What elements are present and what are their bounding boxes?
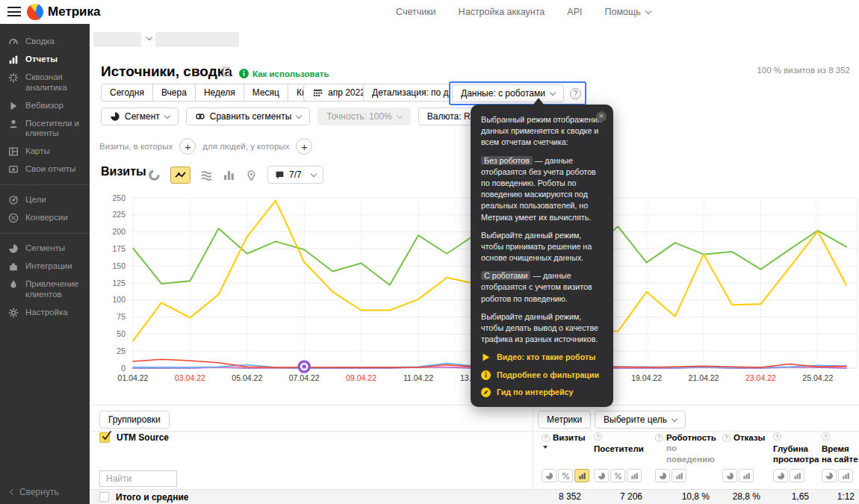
calendar-icon — [312, 87, 323, 99]
sidebar-item[interactable]: Сквозная аналитика — [0, 69, 90, 97]
gear-icon — [8, 308, 19, 318]
chevron-left-icon — [10, 489, 16, 495]
question-circle-icon: ? — [594, 432, 602, 441]
search-input[interactable] — [99, 470, 177, 487]
metric-header-3[interactable]: ?Отказы — [719, 432, 769, 465]
metric-header-0[interactable]: ?Визиты — [538, 432, 590, 465]
bars-view-toggle[interactable] — [739, 469, 754, 482]
metric-header-1[interactable]: ?Посетители — [590, 432, 651, 465]
percent-view-toggle[interactable] — [558, 469, 573, 482]
metric-header-5[interactable]: ?Время на сайте — [818, 432, 859, 465]
x-tick-label: 07.04.22 — [289, 373, 320, 382]
burst-icon — [8, 72, 19, 83]
data-mode-dropdown[interactable]: Данные: с роботами — [452, 84, 564, 102]
metric-header-2[interactable]: ?Роботностьпо поведению — [651, 432, 719, 465]
tooltip-paragraph: Без роботов — данные отобразятся без уче… — [481, 155, 603, 223]
period-button-0[interactable]: Сегодня — [101, 84, 153, 102]
segment-dropdown[interactable]: Сегмент — [101, 108, 179, 125]
sidebar-item[interactable]: Конверсии — [0, 209, 90, 227]
period-button-1[interactable]: Вчера — [152, 84, 196, 102]
sidebar-item[interactable]: Интеграции — [0, 258, 90, 276]
svg-text:225: 225 — [112, 210, 125, 219]
top-nav-item-0[interactable]: Счетчики — [396, 7, 436, 17]
bars-view-toggle[interactable] — [574, 469, 589, 482]
hamburger-menu-icon[interactable] — [7, 7, 21, 17]
metric-toggle-group-0 — [538, 469, 590, 482]
map-icon — [8, 146, 19, 157]
accuracy-dropdown[interactable]: Точность: 100% — [317, 108, 410, 125]
pie-view-toggle[interactable] — [542, 469, 556, 482]
goal-select-dropdown[interactable]: Выберите цель — [595, 411, 686, 429]
no-robots-badge: Без роботов — [481, 156, 533, 165]
comment-bubble-icon — [275, 170, 285, 180]
chart-title: Визиты — [101, 165, 146, 178]
percent-view-toggle[interactable] — [610, 469, 625, 482]
metrics-button[interactable]: Метрики — [538, 411, 591, 429]
compare-segments-dropdown[interactable]: Сравнить сегменты — [186, 108, 311, 125]
svg-text:150: 150 — [112, 261, 125, 270]
tooltip-link-1[interactable]: Подробнее о фильтрации — [481, 370, 603, 381]
bookmark-icon[interactable] — [221, 66, 232, 78]
period-button-2[interactable]: Неделя — [195, 84, 244, 102]
counter-selector-placeholder[interactable] — [93, 32, 141, 47]
checkbox-unchecked-icon[interactable] — [99, 492, 109, 502]
x-tick-label: 23.04.22 — [745, 373, 776, 382]
add-visit-filter-button[interactable]: + — [179, 138, 196, 155]
svg-text:250: 250 — [112, 193, 125, 202]
totals-label: Итого и средние — [116, 492, 188, 503]
grouping-row-utm-source[interactable]: UTM Source — [99, 432, 169, 443]
bars-view-toggle[interactable] — [838, 469, 853, 482]
sidebar-item[interactable]: Сегменты — [0, 240, 90, 258]
sidebar-item[interactable]: Цели — [0, 191, 90, 209]
tooltip-link-0[interactable]: Видео: кто такие роботы — [481, 352, 603, 363]
top-nav-item-1[interactable]: Настройка аккаунта — [459, 7, 545, 17]
bars-view-toggle[interactable] — [627, 469, 642, 482]
sidebar-item[interactable]: Вебвизор — [0, 97, 90, 115]
stacked-area-icon[interactable] — [200, 169, 213, 181]
top-nav: СчетчикиНастройка аккаунтаAPIПомощь — [396, 0, 651, 24]
sidebar-item[interactable]: Свои отчеты — [0, 161, 90, 178]
pie-view-toggle[interactable] — [822, 469, 837, 482]
sidebar-item[interactable]: Настройка — [0, 304, 90, 322]
sidebar-item[interactable]: Посетители и клиенты — [0, 115, 90, 143]
puzzle-icon — [8, 261, 19, 272]
lines-count-dropdown[interactable]: 7/7 — [267, 166, 323, 184]
sidebar-item[interactable]: Карты — [0, 143, 90, 161]
map-pin-icon[interactable] — [245, 169, 258, 181]
pie-view-toggle[interactable] — [655, 469, 670, 482]
with-robots-badge: С роботами — [481, 271, 530, 280]
how-to-use-link[interactable]: Как использовать — [239, 69, 329, 78]
top-nav-item-2[interactable]: API — [567, 7, 582, 17]
donut-chart-icon[interactable] — [148, 169, 161, 181]
bars-view-toggle[interactable] — [790, 469, 804, 482]
question-circle-icon[interactable]: ? — [570, 88, 581, 99]
metric-header-4[interactable]: ?Глубина просмотра — [769, 432, 818, 465]
sidebar-item[interactable]: Отчеты — [0, 51, 90, 69]
add-people-filter-button[interactable]: + — [296, 138, 312, 155]
groupings-button[interactable]: Группировки — [99, 411, 170, 429]
compare-segments-icon — [195, 111, 205, 122]
pie-view-toggle[interactable] — [773, 469, 788, 482]
sidebar-item[interactable]: Сводка — [0, 33, 90, 51]
tooltip-link-2[interactable]: Гид по интерфейсу — [481, 387, 603, 398]
tooltip-paragraph: Выбирайте данный режим, чтобы принимать … — [481, 230, 603, 264]
column-chart-icon[interactable] — [223, 169, 235, 181]
close-icon[interactable]: × — [596, 111, 607, 122]
svg-text:25: 25 — [117, 346, 125, 355]
pie-view-toggle[interactable] — [722, 469, 737, 482]
svg-text:125: 125 — [112, 279, 125, 287]
line-chart-icon[interactable] — [170, 167, 190, 184]
metric-headers: ?Визиты?Посетители?Роботностьпо поведени… — [538, 432, 859, 465]
target-icon — [8, 195, 19, 205]
checkbox-checked-icon[interactable] — [99, 432, 110, 443]
svg-text:100: 100 — [112, 295, 125, 304]
sidebar-item[interactable]: Привлечение клиентов — [0, 276, 90, 304]
pie-view-toggle[interactable] — [594, 469, 609, 482]
brand-title[interactable]: Метрика — [48, 4, 101, 19]
top-nav-item-3[interactable]: Помощь — [604, 7, 650, 17]
sidebar-collapse-button[interactable]: Свернуть — [10, 487, 59, 497]
bars-view-toggle[interactable] — [672, 469, 686, 482]
period-button-3[interactable]: Месяц — [244, 84, 288, 102]
svg-text:75: 75 — [117, 312, 125, 321]
metrika-logo-icon[interactable] — [27, 4, 43, 20]
